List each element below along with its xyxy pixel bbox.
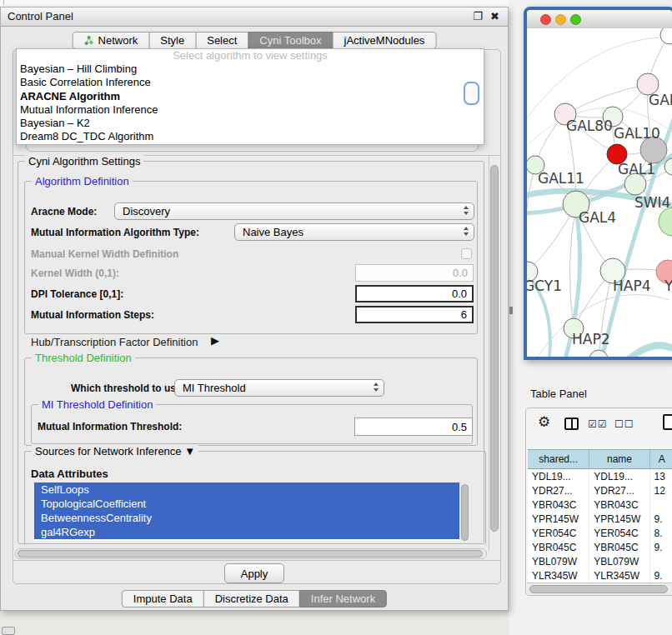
kernel-width-input[interactable] <box>355 264 474 282</box>
mi-threshold-label: Mutual Information Threshold: <box>38 421 182 432</box>
table-row[interactable]: YLR345WYLR345W9. <box>528 568 672 582</box>
attribute-item[interactable]: TopologicalCoefficient <box>34 497 459 511</box>
attributes-scrollbar-thumb[interactable] <box>461 484 469 541</box>
dpi-tolerance-input[interactable] <box>355 285 474 302</box>
which-threshold-value: MI Threshold <box>183 382 246 394</box>
algorithm-option[interactable]: Bayesian – K2 <box>17 117 484 130</box>
which-threshold-select[interactable]: MI Threshold <box>174 379 384 397</box>
table-cell: YBR045C <box>589 540 649 554</box>
corner-widget[interactable] <box>2 627 15 635</box>
table-cell: YBR043C <box>528 498 589 512</box>
mi-algorithm-type-value: Naive Bayes <box>243 226 303 238</box>
algorithm-option[interactable]: ARACNE Algorithm <box>17 90 484 103</box>
close-window-icon[interactable]: ✖ <box>490 10 499 22</box>
network-view-window: GALGAL80GAL10GAL1SWI4GAL11GAL4GCY1HAP4YH… <box>524 7 672 360</box>
table-row[interactable]: YDL19...YDL19...13 <box>528 469 672 483</box>
tab-select[interactable]: Select <box>195 32 248 49</box>
splitter-grip[interactable] <box>509 307 513 314</box>
algorithm-option[interactable]: Basic Correlation Inference <box>17 76 484 89</box>
settings-vscroll-thumb[interactable] <box>490 165 499 532</box>
unselect-all-columns-icon[interactable]: ☐☐ <box>614 418 634 430</box>
kernel-width-label: Kernel Width (0,1): <box>31 268 119 279</box>
tab-jactivemnodules[interactable]: jActiveMNodules <box>333 32 437 49</box>
settings-vertical-scrollbar[interactable] <box>489 156 500 551</box>
algorithm-option[interactable]: Bayesian – Hill Climbing <box>17 62 484 76</box>
tab-style[interactable]: Style <box>148 32 196 49</box>
table-row[interactable]: YPR145WYPR145W9. <box>528 512 672 526</box>
node-bright-green[interactable] <box>659 208 672 236</box>
algorithm-list: Bayesian – Hill ClimbingBasic Correlatio… <box>17 62 484 144</box>
node-label: GCY1 <box>527 278 562 294</box>
table-row[interactable]: YBR045CYBR045C9. <box>528 540 672 554</box>
aracne-mode-value: Discovery <box>123 205 170 218</box>
column-header-a[interactable]: A <box>650 450 672 468</box>
tab-impute-data[interactable]: Impute Data <box>122 590 204 608</box>
expand-arrow-icon[interactable]: ▶ <box>211 334 219 347</box>
split-columns-icon[interactable] <box>564 418 579 430</box>
table-cell: 9. <box>650 512 672 526</box>
table-cell: YPR145W <box>528 512 589 526</box>
tab-cyni-toolbox[interactable]: Cyni Toolbox <box>248 32 333 49</box>
mi-steps-input[interactable] <box>355 306 474 323</box>
tab-infer-network[interactable]: Infer Network <box>299 590 387 608</box>
data-attributes-list: SelfLoopsTopologicalCoefficientBetweenne… <box>34 482 459 541</box>
group-title: Threshold Definition <box>32 352 135 364</box>
settings-horizontal-scrollbar[interactable] <box>15 548 487 559</box>
table-cell: YDL19... <box>528 469 589 483</box>
node-label: GAL1 <box>618 161 655 178</box>
table-row[interactable]: YER054CYER054C8. <box>528 526 672 540</box>
control-panel-titlebar[interactable]: Control Panel ❐ ✖ <box>1 8 508 27</box>
node-label: GAL11 <box>538 170 584 187</box>
close-traffic-light-icon[interactable] <box>540 14 551 25</box>
apply-button[interactable]: Apply <box>224 563 284 583</box>
mi-algorithm-type-select[interactable]: Naive Bayes <box>234 223 474 241</box>
table-body: YDL19...YDL19...13YDR27...YDR27...12YBR0… <box>528 469 672 596</box>
tab-label: Discretize Data <box>215 592 288 605</box>
minimize-traffic-light-icon[interactable] <box>555 14 566 25</box>
tab-label: Network <box>98 34 138 47</box>
algorithm-placeholder: Select algorithm to view settings <box>17 49 484 62</box>
attribute-item[interactable]: BetweennessCentrality <box>34 511 459 525</box>
tab-discretize-data[interactable]: Discretize Data <box>203 590 300 608</box>
hub-definition-label[interactable]: Hub/Transcription Factor Definition <box>31 336 198 348</box>
collapse-arrow-icon[interactable]: ▼ <box>184 445 195 458</box>
select-all-columns-icon[interactable]: ☑☑ <box>588 418 608 430</box>
float-window-icon[interactable]: ❐ <box>473 10 483 22</box>
table-cell: 9. <box>650 568 672 582</box>
node[interactable] <box>660 28 672 44</box>
manual-kernel-width-checkbox[interactable] <box>461 248 472 259</box>
table-row[interactable]: YDR27...YDR27...12 <box>528 483 672 498</box>
table-cell: YBL079W <box>589 554 649 568</box>
table-cell: 8. <box>650 526 672 540</box>
table-row[interactable]: YBL079WYBL079W <box>528 554 672 568</box>
mi-algorithm-type-label: Mutual Information Algorithm Type: <box>31 227 199 238</box>
tab-label: Impute Data <box>133 592 193 605</box>
table-cell: YPR145W <box>589 512 649 526</box>
table-row[interactable]: YBR043CYBR043C <box>528 498 672 512</box>
attribute-item[interactable]: gal4RGexp <box>34 525 459 539</box>
attribute-item[interactable]: SelfLoops <box>34 482 459 497</box>
settings-hscroll-thumb[interactable] <box>18 550 483 558</box>
control-panel-window: Control Panel ❐ ✖ NetworkStyleSelectCyni… <box>0 7 509 611</box>
table-hscroll-thumb[interactable] <box>529 585 668 593</box>
gear-icon[interactable]: ⚙ <box>538 415 550 430</box>
table-cell <box>650 498 672 512</box>
new-table-icon[interactable] <box>663 414 672 430</box>
tab-label: jActiveMNodules <box>344 34 425 47</box>
zoom-traffic-light-icon[interactable] <box>570 14 581 25</box>
table-cell: YBL079W <box>528 554 589 568</box>
network-canvas[interactable]: GALGAL80GAL10GAL1SWI4GAL11GAL4GCY1HAP4YH… <box>527 28 672 357</box>
aracne-mode-select[interactable]: Discovery <box>114 202 474 220</box>
column-header-shared[interactable]: shared... <box>528 450 589 468</box>
network-window-titlebar[interactable] <box>527 10 672 29</box>
algorithm-option[interactable]: Dream8 DC_TDC Algorithm <box>17 130 484 143</box>
table-horizontal-scrollbar[interactable] <box>527 582 672 596</box>
tab-label: Cyni Toolbox <box>259 34 321 47</box>
node-label: GAL80 <box>566 118 613 134</box>
focused-spinner-fragment[interactable] <box>464 82 479 105</box>
column-header-name[interactable]: name <box>589 450 649 468</box>
mi-threshold-input[interactable] <box>354 418 473 436</box>
tab-network[interactable]: Network <box>73 32 150 49</box>
algorithm-option[interactable]: Mutual Information Inference <box>17 103 484 117</box>
network-icon <box>84 36 94 46</box>
